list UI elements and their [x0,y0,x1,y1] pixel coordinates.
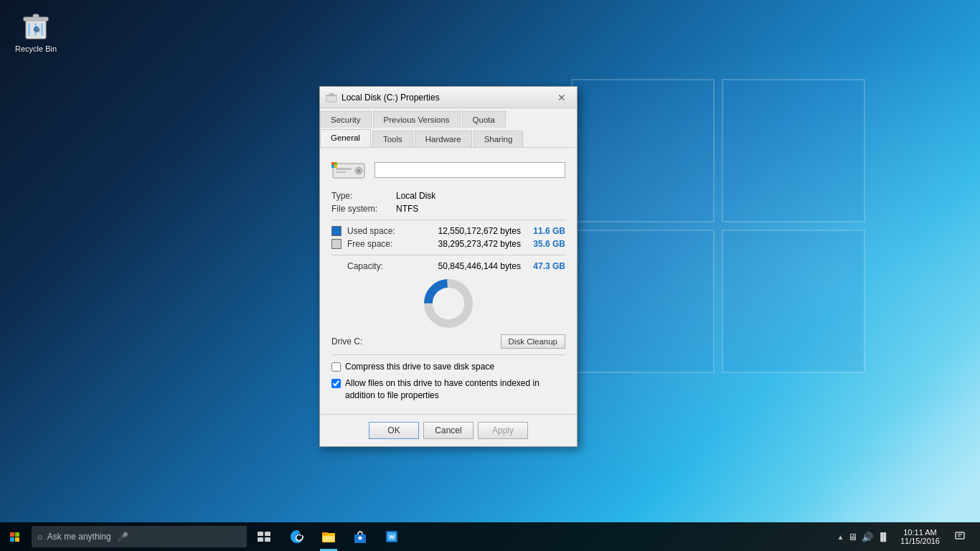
chart-area [331,278,565,329]
dialog-close-button[interactable]: ✕ [552,90,571,105]
tray-date-text: 11/15/2016 [900,537,940,545]
start-button[interactable] [0,522,29,551]
microphone-icon[interactable]: 🎤 [117,532,128,542]
used-space-label: Used space: [347,226,401,236]
filesystem-value: NTFS [396,204,418,214]
disk-type-row: Type: Local Disk [331,191,565,201]
notification-center-button[interactable] [946,522,974,551]
svg-point-12 [357,169,360,172]
svg-rect-9 [329,93,334,95]
filesystem-label: File system: [331,204,396,214]
used-space-human: 11.6 GB [529,226,565,236]
tray-battery-icon: ▐▌ [877,532,889,541]
svg-rect-7 [326,95,336,102]
disk-name-input[interactable] [374,162,565,178]
free-space-color [331,239,341,249]
taskbar-search-bar[interactable]: ○ Ask me anything 🎤 [32,526,247,547]
svg-rect-13 [336,168,352,170]
tabs-row-1: Security Previous Versions Quota [320,108,577,128]
free-space-human: 35.6 GB [529,239,565,249]
svg-rect-25 [265,537,270,542]
compress-label: Compress this drive to save disk space [345,361,494,373]
taskbar-app-4[interactable]: W [376,522,407,551]
free-space-label: Free space: [347,239,401,249]
task-view-button[interactable] [250,522,278,551]
dialog-title-text: Local Disk (C:) Properties [341,93,552,103]
type-label: Type: [331,191,396,201]
tab-hardware[interactable]: Hardware [415,131,472,147]
compress-checkbox[interactable] [331,362,341,372]
free-space-row: Free space: 38,295,273,472 bytes 35.6 GB [331,239,565,249]
divider-1 [331,220,565,220]
divider-3 [331,354,565,355]
svg-rect-28 [323,536,334,542]
taskbar: ○ Ask me anything 🎤 [0,522,980,551]
taskbar-app-store[interactable]: i [344,522,376,551]
tab-general[interactable]: General [320,129,371,147]
svg-rect-15 [331,162,334,165]
properties-dialog: Local Disk (C:) Properties ✕ Security Pr… [319,86,578,447]
capacity-human: 47.3 GB [529,261,565,271]
dialog-footer: OK Cancel Apply [320,414,577,446]
tab-sharing[interactable]: Sharing [473,131,524,147]
ok-button[interactable]: OK [369,422,419,439]
taskbar-search-text: Ask me anything [47,532,111,542]
capacity-bytes: 50,845,446,144 bytes [385,261,529,271]
tray-network-icon[interactable]: 🖥 [848,532,857,542]
dialog-overlay: Local Disk (C:) Properties ✕ Security Pr… [0,0,980,551]
dialog-tabs: Security Previous Versions Quota General… [320,108,577,148]
index-checkbox[interactable] [331,379,341,388]
svg-rect-18 [334,165,337,168]
dialog-general-content: Type: Local Disk File system: NTFS Used … [320,148,577,414]
tray-chevron-icon[interactable]: ▲ [837,533,844,541]
capacity-label: Capacity: [331,261,385,271]
apply-button[interactable]: Apply [478,422,528,439]
drive-label: Drive C: [331,336,362,347]
donut-chart [423,278,473,329]
dialog-title-icon [326,92,337,103]
svg-text:i: i [360,537,361,540]
tab-quota[interactable]: Quota [462,111,506,128]
tray-volume-icon[interactable]: 🔊 [862,532,873,542]
disk-icon [331,156,366,184]
windows-logo-icon [10,532,19,542]
compress-checkbox-row: Compress this drive to save disk space [331,361,565,373]
svg-rect-36 [958,534,962,534]
system-tray: ▲ 🖥 🔊 ▐▌ 10:11 AM 11/15/2016 [831,522,980,551]
svg-rect-37 [958,536,961,537]
svg-rect-24 [258,537,263,542]
tab-security[interactable]: Security [320,111,372,128]
free-space-bytes: 38,295,273,472 bytes [401,239,529,249]
taskbar-app-explorer[interactable] [313,522,344,551]
svg-rect-16 [334,162,337,165]
tab-tools[interactable]: Tools [372,131,413,147]
cancel-button[interactable]: Cancel [423,422,473,439]
svg-text:W: W [389,534,395,540]
svg-rect-23 [265,532,270,536]
used-space-bytes: 12,550,172,672 bytes [401,226,529,236]
desktop: ♻ Recycle Bin Local Disk (C:) Properties… [0,0,980,551]
index-checkbox-row: Allow files on this drive to have conten… [331,377,565,402]
tab-previous-versions[interactable]: Previous Versions [373,111,461,128]
used-space-row: Used space: 12,550,172,672 bytes 11.6 GB [331,226,565,236]
index-label: Allow files on this drive to have conten… [345,377,565,402]
taskbar-apps: i W [281,522,407,551]
capacity-row: Capacity: 50,845,446,144 bytes 47.3 GB [331,261,565,271]
tray-clock[interactable]: 10:11 AM 11/15/2016 [895,528,946,545]
disk-cleanup-button[interactable]: Disk Cleanup [501,334,565,349]
tabs-row-2: General Tools Hardware Sharing [320,128,577,147]
tray-time-text: 10:11 AM [903,528,936,537]
taskbar-app-edge[interactable] [281,522,313,551]
search-icon: ○ [37,532,43,542]
svg-rect-14 [336,171,346,173]
svg-rect-27 [322,532,328,535]
svg-rect-22 [258,532,263,536]
svg-rect-17 [331,165,334,168]
disk-header [331,156,565,184]
dialog-titlebar: Local Disk (C:) Properties ✕ [320,87,577,108]
svg-point-21 [433,288,464,319]
type-value: Local Disk [396,191,435,201]
drive-label-area: Drive C: Disk Cleanup [331,334,565,349]
disk-fs-row: File system: NTFS [331,204,565,214]
tray-icons: ▲ 🖥 🔊 ▐▌ [831,532,895,542]
